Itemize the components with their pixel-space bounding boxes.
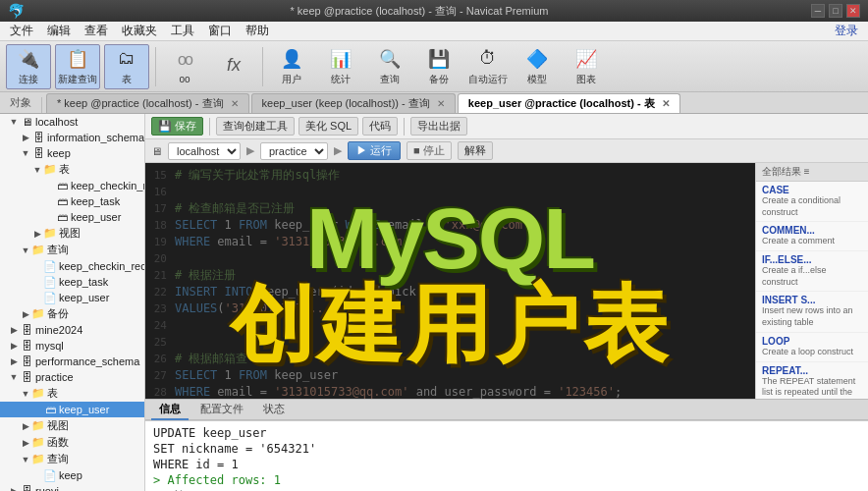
table-icon: 🗃 bbox=[55, 179, 69, 192]
toolbar-user-label: 用户 bbox=[282, 73, 301, 86]
snippet-case[interactable]: CASE Create a conditional construct bbox=[756, 182, 868, 222]
sidebar-query-user-keep[interactable]: 📄 keep_user bbox=[0, 290, 144, 305]
beautify-sql-button[interactable]: 美化 SQL bbox=[298, 117, 358, 136]
query-builder-button[interactable]: 查询创建工具 bbox=[216, 117, 295, 136]
sidebar-query-task[interactable]: 📄 keep_task bbox=[0, 274, 144, 290]
toolbar-query-button[interactable]: 🔍 查询 bbox=[367, 44, 412, 89]
sidebar-item-label: keep_user bbox=[71, 211, 121, 223]
expand-icon: ▶ bbox=[20, 132, 31, 143]
oo-icon: oo bbox=[173, 48, 196, 72]
sidebar-item-mine2024[interactable]: ▶ 🗄 mine2024 bbox=[0, 322, 144, 338]
menu-login[interactable]: 登录 bbox=[829, 22, 864, 40]
sidebar-item-label: keep_user bbox=[59, 404, 109, 415]
stop-label: 停止 bbox=[423, 144, 445, 156]
toolbar-user-button[interactable]: 👤 用户 bbox=[269, 44, 314, 89]
bottom-tab-status[interactable]: 状态 bbox=[255, 400, 293, 420]
code-label: 代码 bbox=[369, 120, 391, 132]
connection-select[interactable]: localhost bbox=[168, 142, 241, 160]
explain-button[interactable]: 解释 bbox=[458, 141, 493, 160]
close-button[interactable]: ✕ bbox=[846, 4, 860, 18]
toolbar-chart-button[interactable]: 📈 图表 bbox=[564, 44, 609, 89]
code-lines: 15# 编写关于此处常用的sql操作 16 17# 检查邮箱是否已注册 18SE… bbox=[145, 163, 755, 399]
tab-keepuser-table-close[interactable]: ✕ bbox=[662, 98, 670, 109]
database-select[interactable]: practice bbox=[260, 142, 328, 160]
toolbar-oo-button[interactable]: oo oo bbox=[162, 44, 207, 89]
snippet-repeat[interactable]: REPEAT... The REPEAT statement list is r… bbox=[756, 362, 868, 400]
menu-file[interactable]: 文件 bbox=[4, 22, 39, 40]
sidebar-folder-functions-practice[interactable]: ▶ 📁 函数 bbox=[0, 434, 144, 451]
menu-edit[interactable]: 编辑 bbox=[41, 22, 77, 40]
sidebar-item-performance-schema[interactable]: ▶ 🗄 performance_schema bbox=[0, 354, 144, 369]
code-button[interactable]: 代码 bbox=[362, 117, 398, 136]
sidebar-item-label: information_schema bbox=[47, 132, 144, 143]
code-editor[interactable]: 15# 编写关于此处常用的sql操作 16 17# 检查邮箱是否已注册 18SE… bbox=[145, 163, 755, 399]
sidebar-query-checkin[interactable]: 📄 keep_checkin_record bbox=[0, 258, 144, 274]
sidebar-item-practice[interactable]: ▼ 🗄 practice bbox=[0, 369, 144, 385]
sidebar-item-information-schema[interactable]: ▶ 🗄 information_schema bbox=[0, 130, 144, 145]
sidebar-item-mysql[interactable]: ▶ 🗄 mysql bbox=[0, 338, 144, 354]
menu-view[interactable]: 查看 bbox=[79, 22, 114, 40]
sidebar-item-localhost[interactable]: ▼ 🖥 localhost bbox=[0, 114, 144, 130]
menu-help[interactable]: 帮助 bbox=[240, 22, 275, 40]
sidebar-folder-backup[interactable]: ▶ 📁 备份 bbox=[0, 305, 144, 322]
toolbar-formula-button[interactable]: fx bbox=[211, 44, 256, 89]
snippet-ifelse[interactable]: IF...ELSE... Create a if...else construc… bbox=[756, 251, 868, 292]
snippet-comment-desc: Create a comment bbox=[762, 236, 862, 247]
sidebar-item-keep[interactable]: ▼ 🗄 keep bbox=[0, 145, 144, 161]
tab-keep-query-label: * keep @practice (localhost) - 查询 bbox=[57, 97, 224, 109]
sidebar-item-label: 查询 bbox=[47, 452, 69, 466]
sidebar-folder-queries-practice[interactable]: ▼ 📁 查询 bbox=[0, 451, 144, 467]
server-icon: 🖥 bbox=[20, 115, 33, 129]
sidebar-table-task[interactable]: 🗃 keep_task bbox=[0, 193, 144, 209]
toolbar-autorun-button[interactable]: ⏱ 自动运行 bbox=[465, 44, 511, 89]
toolbar-backup-button[interactable]: 💾 备份 bbox=[416, 44, 461, 89]
sidebar-folder-tables-practice[interactable]: ▼ 📁 表 bbox=[0, 385, 144, 402]
toolbar-model-button[interactable]: 🔷 模型 bbox=[515, 44, 560, 89]
menu-favorites[interactable]: 收藏夹 bbox=[116, 22, 163, 40]
sidebar-folder-tables[interactable]: ▼ 📁 表 bbox=[0, 161, 144, 178]
folder-icon: 📁 bbox=[31, 387, 45, 401]
expand-icon: ▼ bbox=[20, 454, 31, 465]
sidebar-query-keep-practice[interactable]: 📄 keep bbox=[0, 467, 144, 483]
tab-keepuser-query-close[interactable]: ✕ bbox=[437, 98, 445, 109]
tab-keep-query-close[interactable]: ✕ bbox=[231, 98, 239, 109]
toolbar-newquery-button[interactable]: 📋 新建查询 bbox=[55, 44, 100, 89]
bottom-tab-config-label: 配置文件 bbox=[200, 403, 244, 414]
db-icon: 🗄 bbox=[20, 355, 33, 368]
toolbar-table-button[interactable]: 🗂 表 bbox=[104, 44, 149, 89]
bottom-result-area: UPDATE keep_user SET nickname = '654321'… bbox=[145, 420, 868, 491]
toolbar-connect-button[interactable]: 🔌 连接 bbox=[6, 44, 51, 89]
export-button[interactable]: 导出出据 bbox=[410, 117, 467, 136]
tab-keep-query[interactable]: * keep @practice (localhost) - 查询 ✕ bbox=[46, 93, 249, 113]
sidebar-table-keepuser-practice[interactable]: 🗃 keep_user bbox=[0, 402, 144, 417]
toolbar-chart-label: 图表 bbox=[576, 73, 596, 86]
expand-icon: ▼ bbox=[8, 116, 20, 128]
sidebar-item-ruoyi[interactable]: ▶ 🗄 ruoyi bbox=[0, 483, 144, 491]
expand-icon: ▶ bbox=[20, 308, 31, 320]
bottom-tab-info[interactable]: 信息 bbox=[151, 400, 189, 420]
query-icon: 📄 bbox=[43, 468, 57, 482]
sidebar-folder-views-keep[interactable]: ▶ 📁 视图 bbox=[0, 225, 144, 242]
sidebar-folder-queries-keep[interactable]: ▼ 📁 查询 bbox=[0, 242, 144, 258]
sidebar-table-checkin[interactable]: 🗃 keep_checkin_record bbox=[0, 178, 144, 193]
save-button[interactable]: 💾 保存 bbox=[151, 117, 203, 136]
stop-button[interactable]: ■ 停止 bbox=[407, 141, 452, 160]
title-bar-icon: 🐬 bbox=[8, 3, 27, 19]
snippet-loop[interactable]: LOOP Create a loop construct bbox=[756, 333, 868, 362]
snippet-insert[interactable]: INSERT S... Insert new rows into an exis… bbox=[756, 292, 868, 332]
toolbar-stats-button[interactable]: 📊 统计 bbox=[318, 44, 363, 89]
title-bar-controls[interactable]: ─ □ ✕ bbox=[811, 4, 860, 18]
tab-keepuser-query[interactable]: keep_user (keep (localhost)) - 查询 ✕ bbox=[251, 93, 456, 113]
sidebar-folder-views-practice[interactable]: ▶ 📁 视图 bbox=[0, 417, 144, 434]
maximize-button[interactable]: □ bbox=[829, 4, 842, 18]
explain-label: 解释 bbox=[464, 144, 486, 156]
sidebar-table-user-keep[interactable]: 🗃 keep_user bbox=[0, 209, 144, 225]
snippet-comment[interactable]: COMMEN... Create a comment bbox=[756, 222, 868, 251]
run-button[interactable]: ▶ 运行 bbox=[348, 141, 401, 160]
tab-keepuser-table[interactable]: keep_user @practice (localhost) - 表 ✕ bbox=[458, 93, 680, 113]
bottom-tab-config[interactable]: 配置文件 bbox=[192, 400, 251, 420]
menu-tools[interactable]: 工具 bbox=[165, 22, 200, 40]
minimize-button[interactable]: ─ bbox=[811, 4, 825, 18]
menu-window[interactable]: 窗口 bbox=[202, 22, 238, 40]
sidebar-item-label: mysql bbox=[35, 340, 64, 352]
